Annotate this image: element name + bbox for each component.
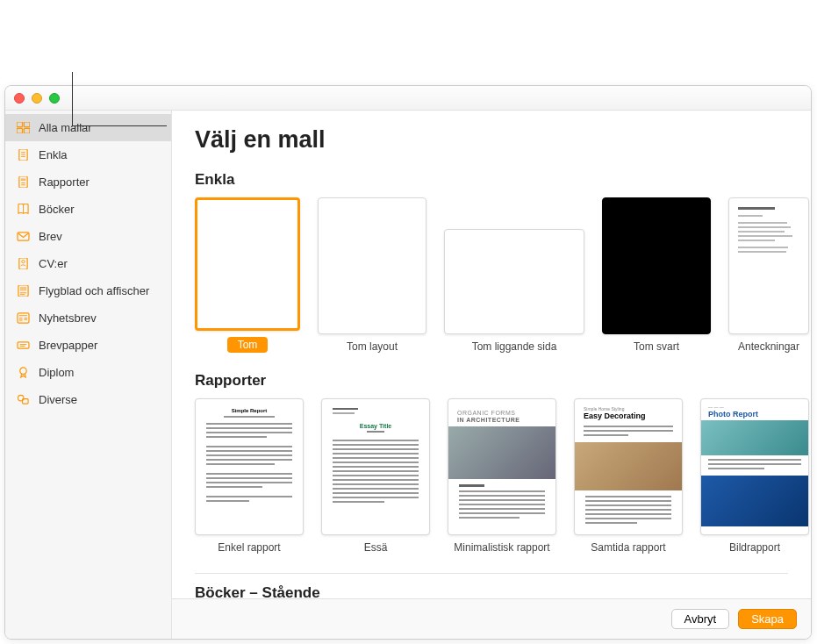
template-label: Samtida rapport — [591, 541, 665, 554]
poster-icon — [16, 285, 30, 297]
svg-rect-22 — [18, 318, 22, 322]
template-thumb — [602, 197, 711, 334]
sidebar-item-label: CV:er — [39, 257, 68, 270]
sidebar-item-label: Diplom — [39, 366, 74, 379]
card-icon — [16, 340, 30, 352]
svg-point-28 — [19, 368, 25, 374]
template-chooser-window: Alla mallar Enkla Rapporter Böcker — [4, 85, 812, 640]
document-icon — [16, 149, 30, 161]
svg-rect-0 — [17, 122, 23, 127]
book-icon — [16, 204, 30, 216]
template-thumb: ORGANIC FORMS IN ARCHITECTURE — [448, 398, 556, 535]
template-blank[interactable]: Tom — [195, 197, 300, 353]
shapes-icon — [16, 394, 30, 406]
template-essay[interactable]: Essay Title Essä — [321, 398, 430, 554]
section-title-rapporter: Rapporter — [195, 372, 811, 390]
section-books: Böcker – Stående Innehållet kan flödas o… — [195, 573, 788, 598]
svg-rect-14 — [18, 258, 26, 269]
sidebar-item-label: Brevpapper — [39, 339, 97, 352]
grid-icon — [16, 122, 30, 134]
rosette-icon — [16, 367, 30, 379]
sidebar-item-basic[interactable]: Enkla — [5, 141, 171, 168]
template-thumb: Simple Home Styling Easy Decorating — [574, 398, 683, 535]
annotation-callout-line — [72, 72, 167, 126]
window-zoom-button[interactable] — [49, 93, 60, 104]
sidebar-item-certificates[interactable]: Diplom — [5, 359, 171, 386]
template-label: Tom — [227, 337, 269, 353]
sidebar-item-label: Böcker — [39, 203, 74, 216]
template-minimal-report[interactable]: ORGANIC FORMS IN ARCHITECTURE Minimalist… — [448, 398, 556, 554]
window-close-button[interactable] — [14, 93, 25, 104]
template-label: Essä — [364, 541, 388, 554]
template-blank-layout[interactable]: Tom layout — [318, 197, 426, 353]
svg-rect-25 — [18, 342, 29, 348]
template-thumb — [318, 197, 426, 334]
template-notes[interactable]: Anteckningar — [728, 197, 809, 353]
svg-point-15 — [21, 261, 24, 263]
section-title-enkla: Enkla — [195, 171, 811, 189]
template-label: Anteckningar — [738, 340, 799, 353]
cancel-button[interactable]: Avbryt — [671, 609, 730, 629]
main-content: Välj en mall Enkla Tom Tom layout Tom li… — [172, 111, 811, 639]
template-label: Tom svart — [634, 340, 679, 353]
template-thumb: Simple Report Simple Report — [195, 398, 304, 535]
envelope-icon — [16, 231, 30, 243]
template-label: Minimalistisk rapport — [454, 541, 549, 554]
svg-rect-8 — [18, 176, 26, 188]
template-label: Tom layout — [347, 340, 398, 353]
template-thumb: Essay Title — [321, 398, 430, 535]
template-label: Bildrapport — [729, 541, 780, 554]
page-title: Välj en mall — [195, 126, 811, 154]
window-minimize-button[interactable] — [32, 93, 42, 104]
sidebar-item-resumes[interactable]: CV:er — [5, 250, 171, 277]
template-row-enkla: Tom Tom layout Tom liggande sida Tom sva… — [195, 197, 811, 353]
sidebar-item-label: Flygblad och affischer — [39, 284, 149, 297]
template-thumb: — — — Photo Report — [700, 398, 809, 535]
sidebar-item-label: Rapporter — [39, 175, 90, 189]
footer: Avbryt Skapa — [172, 598, 811, 639]
sidebar-item-stationery[interactable]: Brevpapper — [5, 332, 171, 359]
sidebar-item-newsletters[interactable]: Nyhetsbrev — [5, 304, 171, 332]
sidebar-item-books[interactable]: Böcker — [5, 196, 171, 223]
template-label: Enkel rapport — [218, 541, 280, 554]
svg-rect-3 — [24, 128, 30, 133]
newspaper-icon — [16, 312, 30, 325]
template-blank-black[interactable]: Tom svart — [602, 197, 711, 353]
main-scroll-area[interactable]: Välj en mall Enkla Tom Tom layout Tom li… — [172, 111, 811, 598]
sidebar-item-label: Diverse — [39, 393, 77, 406]
template-contemporary-report[interactable]: Simple Home Styling Easy Decorating — [574, 398, 683, 554]
template-simple-report[interactable]: Simple Report Simple Report — [195, 398, 304, 554]
svg-rect-1 — [24, 122, 30, 127]
sidebar-item-label: Brev — [39, 230, 62, 243]
window-body: Alla mallar Enkla Rapporter Böcker — [5, 111, 811, 639]
template-blank-landscape[interactable]: Tom liggande sida — [444, 197, 584, 353]
section-title-books: Böcker – Stående — [195, 584, 788, 598]
svg-rect-17 — [19, 287, 25, 291]
sidebar-item-label: Nyhetsbrev — [39, 311, 97, 325]
svg-rect-9 — [20, 178, 25, 181]
template-thumb — [728, 197, 809, 334]
sidebar-item-misc[interactable]: Diverse — [5, 386, 171, 413]
create-button[interactable]: Skapa — [738, 609, 797, 629]
svg-rect-2 — [17, 128, 23, 133]
template-label: Tom liggande sida — [472, 340, 557, 353]
sidebar-item-label: Enkla — [39, 148, 68, 161]
person-icon — [16, 258, 30, 270]
sidebar-item-letters[interactable]: Brev — [5, 223, 171, 250]
template-row-rapporter: Simple Report Simple Report — [195, 398, 811, 554]
sidebar-item-flyers[interactable]: Flygblad och affischer — [5, 277, 171, 304]
sidebar: Alla mallar Enkla Rapporter Böcker — [5, 111, 172, 639]
report-icon — [16, 176, 30, 189]
template-thumb — [444, 229, 584, 334]
sidebar-item-reports[interactable]: Rapporter — [5, 168, 171, 196]
template-thumb — [195, 197, 300, 331]
template-photo-report[interactable]: — — — Photo Report Bildrapport — [700, 398, 809, 554]
